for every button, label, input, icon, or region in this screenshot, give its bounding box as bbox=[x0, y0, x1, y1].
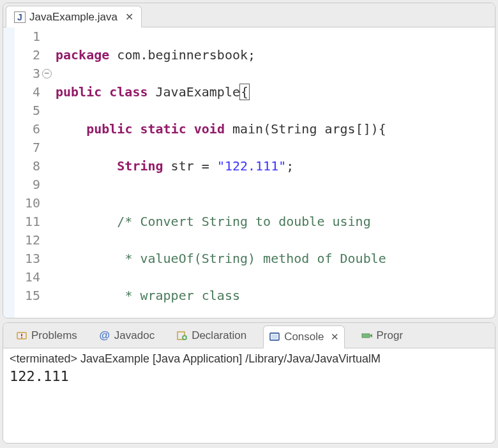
editor-tab-bar: J JavaExample.java ✕ bbox=[3, 3, 495, 27]
line-number: 4 bbox=[15, 83, 40, 101]
tab-label: Javadoc bbox=[114, 329, 155, 342]
java-file-icon: J bbox=[14, 11, 26, 23]
progress-icon bbox=[361, 330, 373, 341]
line-number: 13 bbox=[15, 250, 40, 268]
line-number: 7 bbox=[15, 138, 40, 157]
bottom-tab-bar: Problems @ Javadoc Declaration Console ✕… bbox=[3, 323, 495, 348]
editor-tab-label: JavaExample.java bbox=[29, 11, 117, 24]
code-line: String str = "122.111"; bbox=[56, 157, 495, 175]
code-line: public class JavaExample{ bbox=[56, 83, 495, 101]
tab-label: Progr bbox=[377, 329, 404, 342]
close-icon[interactable]: ✕ bbox=[125, 11, 133, 23]
tab-javadoc[interactable]: @ Javadoc bbox=[94, 327, 160, 345]
tab-label: Declaration bbox=[192, 329, 246, 342]
fold-collapse-icon[interactable]: − bbox=[42, 69, 52, 78]
code-line: /* Convert String to double using bbox=[56, 213, 495, 231]
line-number: 1 bbox=[15, 27, 40, 46]
line-number: 14 bbox=[15, 268, 40, 287]
line-number: 10 bbox=[15, 194, 40, 213]
bottom-panel: Problems @ Javadoc Declaration Console ✕… bbox=[3, 322, 495, 444]
line-number: 9 bbox=[15, 175, 40, 194]
line-number: 6 bbox=[15, 120, 40, 138]
declaration-icon bbox=[176, 330, 188, 341]
line-number: 3 bbox=[15, 64, 40, 83]
problems-icon bbox=[16, 330, 27, 341]
line-number-gutter: 1 2 3 4 5 6 7 8 9 10 11 12 13 14 15 bbox=[15, 27, 42, 318]
line-number: 8 bbox=[15, 157, 40, 175]
line-number: 12 bbox=[15, 231, 40, 250]
javadoc-icon: @ bbox=[99, 330, 110, 341]
tab-console[interactable]: Console ✕ bbox=[263, 325, 344, 348]
editor-tab[interactable]: J JavaExample.java ✕ bbox=[6, 6, 142, 27]
svg-rect-5 bbox=[271, 334, 278, 339]
line-number: 15 bbox=[15, 287, 40, 305]
fold-gutter: − bbox=[42, 27, 53, 318]
console-status: <terminated> JavaExample [Java Applicati… bbox=[3, 348, 495, 367]
cursor: { bbox=[239, 84, 250, 100]
tab-label: Console bbox=[284, 331, 324, 343]
code-line: * wrapper class bbox=[56, 287, 495, 305]
console-icon bbox=[269, 331, 280, 343]
tab-problems[interactable]: Problems bbox=[11, 327, 82, 345]
marker-gutter bbox=[3, 27, 15, 318]
svg-rect-6 bbox=[362, 334, 370, 338]
code-content[interactable]: package com.beginnersbook; public class … bbox=[53, 27, 495, 318]
line-number: 2 bbox=[15, 46, 40, 64]
tab-label: Problems bbox=[31, 329, 77, 342]
line-number: 5 bbox=[15, 101, 40, 120]
code-line: package com.beginnersbook; bbox=[56, 46, 495, 64]
editor-panel: J JavaExample.java ✕ 1 2 3 4 5 6 7 8 9 1… bbox=[3, 3, 495, 318]
line-number: 11 bbox=[15, 213, 40, 231]
code-line: public static void main(String args[]){ bbox=[56, 120, 495, 138]
close-icon[interactable]: ✕ bbox=[331, 331, 339, 343]
svg-point-1 bbox=[21, 337, 22, 338]
tab-declaration[interactable]: Declaration bbox=[171, 327, 252, 345]
tab-progress[interactable]: Progr bbox=[356, 327, 409, 345]
code-line: * valueOf(String) method of Double bbox=[56, 250, 495, 268]
console-output: 122.111 bbox=[3, 367, 495, 385]
code-area[interactable]: 1 2 3 4 5 6 7 8 9 10 11 12 13 14 15 − pa… bbox=[3, 27, 495, 318]
